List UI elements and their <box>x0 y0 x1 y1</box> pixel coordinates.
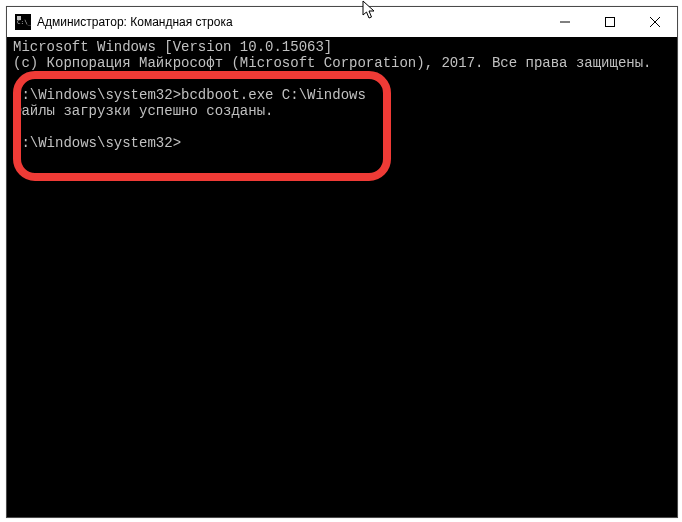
terminal-line: Microsoft Windows [Version 10.0.15063] <box>13 39 332 55</box>
minimize-icon <box>560 17 570 27</box>
terminal-command: bcdboot.exe C:\Windows <box>181 87 366 103</box>
terminal-prompt: C:\Windows\system32> <box>13 135 181 151</box>
window-title: Администратор: Командная строка <box>37 15 233 29</box>
svg-rect-1 <box>605 18 614 27</box>
cmd-window: Администратор: Командная строка Microsof… <box>6 6 678 518</box>
window-controls <box>542 7 677 37</box>
cmd-icon <box>15 14 31 30</box>
terminal-line: (c) Корпорация Майкрософт (Microsoft Cor… <box>13 55 652 71</box>
minimize-button[interactable] <box>542 7 587 37</box>
maximize-icon <box>605 17 615 27</box>
close-button[interactable] <box>632 7 677 37</box>
maximize-button[interactable] <box>587 7 632 37</box>
terminal-prompt: C:\Windows\system32> <box>13 87 181 103</box>
terminal-output: Файлы загрузки успешно созданы. <box>13 103 273 119</box>
titlebar[interactable]: Администратор: Командная строка <box>7 7 677 37</box>
terminal-area[interactable]: Microsoft Windows [Version 10.0.15063] (… <box>7 37 677 517</box>
close-icon <box>650 17 660 27</box>
